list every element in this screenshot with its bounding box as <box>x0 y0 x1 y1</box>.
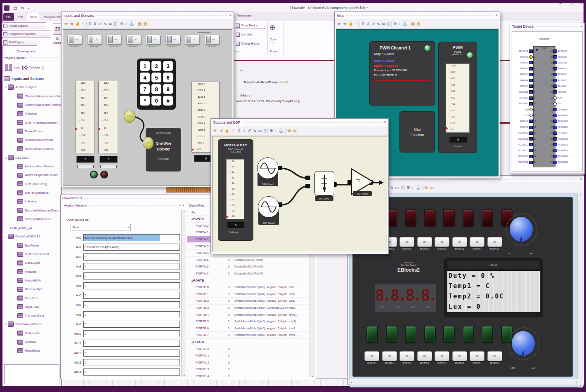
chip-pin[interactable]: 28 RD5/WKD5 <box>549 119 583 124</box>
portd-switch-button[interactable]: Off <box>452 351 467 361</box>
drop-icon[interactable]: ☟ <box>82 22 84 26</box>
keypad-key[interactable]: # <box>163 96 173 106</box>
keypad-key[interactable]: 8 <box>151 84 161 94</box>
slide-switch[interactable]: Off <box>106 35 121 45</box>
tree-item[interactable]: GetDeviceCount <box>2 250 61 258</box>
digital-pin-row[interactable]: PORTC.2 0 <box>187 359 311 366</box>
tree-item[interactable]: ReadMeasurement <box>2 136 61 144</box>
pot-knob[interactable] <box>509 216 533 242</box>
tree-item[interactable]: MatchROM <box>2 276 61 285</box>
chip-pin[interactable]: 34 RB1/AN9 <box>549 84 583 89</box>
grid-icon[interactable]: ▦ <box>138 22 142 26</box>
separator[interactable]: | <box>422 185 423 190</box>
slide-switch[interactable]: Off <box>205 35 220 45</box>
value-format-dropdown[interactable]: Raw ▾ <box>71 224 131 230</box>
keypad-key[interactable]: 7 <box>140 84 150 94</box>
separator[interactable]: | <box>359 21 360 27</box>
tree-item[interactable]: SampleAddressedDevice <box>2 206 61 214</box>
separator[interactable]: | <box>285 128 286 134</box>
separator[interactable]: | <box>391 21 392 27</box>
chip-pin[interactable]: 29 RD6/WKD6 <box>549 113 583 118</box>
scroll-up-icon[interactable]: ▲ <box>183 210 185 213</box>
analog-scrollbar[interactable]: ▲ ▼ <box>181 210 186 377</box>
portd-switch-button[interactable]: Off <box>417 351 432 361</box>
undo-icon[interactable]: ↻ <box>21 6 24 10</box>
snap-icon[interactable]: ▤ <box>143 22 147 26</box>
target-device-toggle[interactable]: Target Device <box>234 22 266 29</box>
chip-pin[interactable]: RA0/AN0 2 <box>511 54 537 59</box>
porta-switch-button[interactable]: Off <box>435 237 449 247</box>
wave1-generator[interactable] <box>257 157 279 179</box>
pin-panel-icon[interactable]: ▪ <box>180 204 181 207</box>
tree-item[interactable]: Initialise <box>2 197 61 206</box>
tree-item[interactable]: GetHandle <box>2 329 61 338</box>
inputs-panel-header[interactable]: Inputs and Sensors × <box>61 12 234 19</box>
board-horizontal-scrollbar[interactable]: ◄ ► <box>350 379 578 385</box>
cursor-icon[interactable]: ☛ <box>338 22 341 26</box>
chip-pin[interactable]: 30 RD7/WKD7 <box>549 107 583 112</box>
analog-value-field[interactable]: 825 ComboBL0114(LightSensor ADC) <box>83 234 180 241</box>
chip-pin[interactable]: 35 RB2/AN10 <box>549 78 583 83</box>
keypad-key[interactable]: 2 <box>151 61 161 71</box>
analog-value-field[interactable]: 0 <box>83 359 180 366</box>
change-history-toggle[interactable]: Change History <box>234 40 269 47</box>
scroll-down-icon[interactable]: ▼ <box>183 374 185 377</box>
chip-pin[interactable]: 31 VSS <box>549 101 583 106</box>
portd-switch-button[interactable]: Off <box>364 351 379 361</box>
onewire-bridge-block[interactable]: OneWireDS2482 One Wire DS2482 (I2C CH1) <box>146 128 181 171</box>
analog-window-header[interactable]: Analog Window ▪ × <box>62 202 186 209</box>
ds-red-led[interactable] <box>100 171 108 178</box>
wave2-generator[interactable] <box>258 196 279 218</box>
project-explorer-header[interactable]: Project Explorer <box>2 55 61 61</box>
chip-pin[interactable]: RA3/AN3 5 <box>511 72 537 77</box>
chip-pin[interactable]: 33 RB0/AN8 <box>549 89 583 94</box>
size-icon[interactable]: ↕ <box>274 129 276 133</box>
keypad-key[interactable]: 3 <box>163 61 173 71</box>
tree-item[interactable]: ReceiveByte <box>2 285 61 293</box>
chip-pin[interactable]: RC3/WKC3 18 <box>511 148 537 153</box>
restore-button[interactable]: ❐ <box>568 1 574 5</box>
chip-pin[interactable]: 32 VDD <box>549 96 583 101</box>
separator[interactable]: | <box>236 128 236 134</box>
chip-pin[interactable]: 26 RC7/WKC7 <box>549 131 583 136</box>
tree-item[interactable]: GetTemperature <box>2 188 61 197</box>
tree-item[interactable]: SwitchArraySlide1 <box>2 320 61 329</box>
tree-item[interactable]: ScanBus <box>2 293 61 302</box>
raise-icon[interactable]: ⇗ <box>98 22 102 26</box>
drop-icon[interactable]: ☟ <box>231 129 234 133</box>
distribute-icon[interactable]: ▯ <box>401 185 403 190</box>
size-icon[interactable]: ↕ <box>398 22 400 26</box>
tree-item[interactable]: Initialise <box>2 268 61 276</box>
align-icon[interactable]: ▭ <box>382 22 385 26</box>
project-explorer-button[interactable]: Project Explorer <box>2 22 46 29</box>
icons-view-icon[interactable] <box>5 64 12 71</box>
align-icon[interactable]: ▭ <box>258 129 262 133</box>
tree-item[interactable]: ChangeMeasurementMode <box>2 92 61 101</box>
chip-pin[interactable]: 24 RC5/WKC5 <box>549 142 583 147</box>
tree-item[interactable]: ResetMeasurement <box>2 144 61 153</box>
chip-pin[interactable]: 27 RD4/WKD4 <box>549 125 583 130</box>
ds-green-led[interactable] <box>90 171 98 178</box>
pwm-channel-block[interactable]: PWM Channel 1 Duty = 0.00% Mark = 0.00us… <box>369 41 435 106</box>
dsp-mixer-block[interactable] <box>314 171 334 196</box>
add-icon[interactable]: ⊕ <box>406 185 410 190</box>
separator[interactable]: | <box>404 185 405 190</box>
chip-pin[interactable]: 21 RD2/WKD2 <box>549 160 583 165</box>
separator[interactable]: | <box>409 21 409 27</box>
size-icon[interactable]: ↕ <box>125 22 127 26</box>
bring-front-icon[interactable]: ⇧ <box>362 22 365 26</box>
align-icon[interactable]: ▭ <box>109 22 112 26</box>
lower-icon[interactable]: ⇘ <box>390 185 393 190</box>
tree-item[interactable]: GetIDByte <box>2 258 61 267</box>
lower-icon[interactable]: ⇘ <box>377 22 380 26</box>
ribbon-tab[interactable]: Edit <box>15 13 26 21</box>
analog-value-field[interactable]: 0 <box>83 350 180 357</box>
tree-item[interactable]: OneWireDS2482 <box>2 232 61 241</box>
chip-pin[interactable]: RA4/AN4 6 <box>511 78 537 83</box>
distribute-icon[interactable]: ▯ <box>388 22 390 26</box>
porta-switch-button[interactable]: Off <box>399 237 414 247</box>
tree-item[interactable]: ReadAll <box>2 338 61 346</box>
porta-switch-button[interactable]: Off <box>452 237 467 247</box>
snap-icon[interactable]: ▤ <box>293 129 296 133</box>
tree-item[interactable]: AddressSpecificDevice <box>2 171 61 179</box>
